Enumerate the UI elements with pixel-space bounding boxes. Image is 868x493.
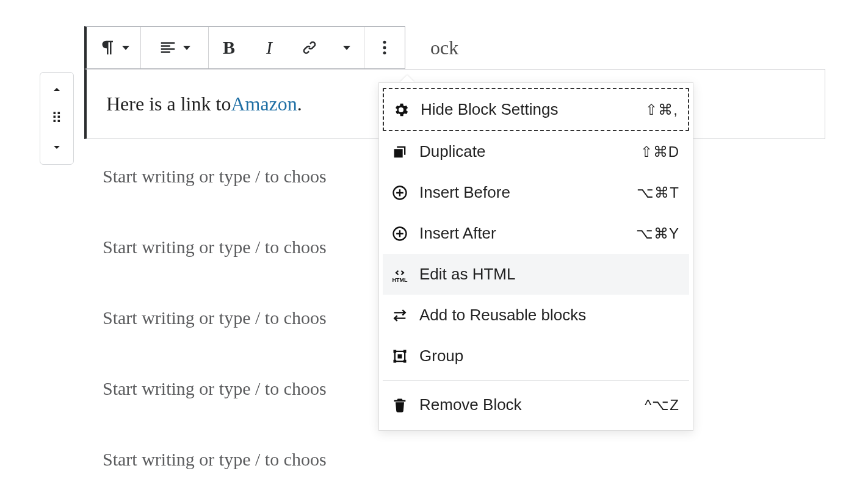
empty-paragraph-placeholder[interactable]: Start writing or type / to choos: [103, 449, 819, 470]
svg-point-2: [383, 51, 386, 54]
menu-item-label: Remove Block: [419, 395, 635, 414]
trash-icon: [391, 397, 408, 414]
drag-handle[interactable]: ⠿: [40, 104, 73, 132]
block-options-dropdown: Hide Block Settings ⇧⌘, Duplicate ⇧⌘D In…: [378, 82, 693, 431]
menu-item-duplicate[interactable]: Duplicate ⇧⌘D: [383, 131, 689, 172]
chevron-up-icon: [49, 82, 64, 97]
more-formatting-button[interactable]: [330, 27, 364, 68]
menu-item-group[interactable]: Group: [383, 336, 689, 376]
drag-dots-icon: ⠿: [51, 114, 62, 123]
chevron-down-icon: [343, 46, 350, 50]
menu-item-label: Group: [419, 347, 670, 365]
link-icon: [300, 38, 319, 57]
menu-item-label: Insert After: [419, 224, 626, 243]
dropdown-menu: Hide Block Settings ⇧⌘, Duplicate ⇧⌘D In…: [378, 82, 693, 431]
menu-divider: [383, 380, 689, 381]
menu-item-label: Add to Reusable blocks: [419, 306, 670, 325]
block-toolbar: B I: [84, 26, 405, 69]
link-button[interactable]: [289, 27, 330, 68]
menu-item-remove-block[interactable]: Remove Block ^⌥Z: [383, 384, 689, 425]
menu-item-shortcut: ⌥⌘T: [637, 184, 679, 201]
menu-item-shortcut: ^⌥Z: [645, 397, 679, 414]
block-type-button[interactable]: [87, 27, 140, 68]
menu-item-hide-block-settings[interactable]: Hide Block Settings ⇧⌘,: [383, 88, 689, 131]
html-icon: HTML: [391, 266, 408, 283]
align-left-icon: [159, 38, 177, 57]
menu-item-shortcut: ⌥⌘Y: [636, 225, 679, 242]
insert-before-icon: [391, 184, 408, 201]
menu-item-shortcut: ⇧⌘D: [640, 143, 679, 160]
chevron-down-icon: [122, 46, 129, 50]
italic-button[interactable]: I: [249, 27, 289, 68]
group-icon: [391, 348, 408, 365]
italic-icon: I: [266, 37, 272, 58]
gear-icon: [392, 101, 410, 118]
more-vertical-icon: [375, 38, 394, 57]
duplicate-icon: [391, 143, 408, 160]
title-overflow-text: ock: [430, 37, 458, 59]
paragraph-text: .: [297, 93, 302, 115]
bold-icon: B: [223, 37, 235, 58]
insert-after-icon: [391, 225, 408, 242]
move-down-button[interactable]: [40, 133, 73, 162]
svg-point-0: [383, 41, 386, 44]
move-up-button[interactable]: [40, 75, 73, 104]
menu-item-label: Hide Block Settings: [421, 100, 635, 119]
menu-item-label: Insert Before: [419, 183, 627, 202]
menu-item-label: Edit as HTML: [419, 265, 670, 284]
align-button[interactable]: [141, 27, 208, 68]
chevron-down-icon: [49, 140, 64, 154]
menu-item-insert-after[interactable]: Insert After ⌥⌘Y: [383, 213, 689, 254]
menu-item-shortcut: ⇧⌘,: [645, 101, 678, 118]
paragraph-text: Here is a link to: [106, 93, 231, 115]
menu-item-insert-before[interactable]: Insert Before ⌥⌘T: [383, 172, 689, 213]
menu-item-label: Duplicate: [419, 142, 631, 161]
svg-point-1: [383, 46, 386, 49]
chevron-down-icon: [183, 46, 190, 50]
menu-item-edit-as-html[interactable]: HTML Edit as HTML: [383, 254, 689, 295]
dropdown-caret-icon: [400, 75, 414, 82]
paragraph-icon: [98, 38, 116, 57]
bold-button[interactable]: B: [209, 27, 249, 68]
menu-item-add-reusable[interactable]: Add to Reusable blocks: [383, 295, 689, 336]
reusable-icon: [391, 307, 408, 324]
block-mover: ⠿: [40, 72, 74, 165]
svg-text:HTML: HTML: [392, 277, 408, 283]
more-options-button[interactable]: [364, 27, 405, 68]
inline-link[interactable]: Amazon: [231, 93, 297, 115]
